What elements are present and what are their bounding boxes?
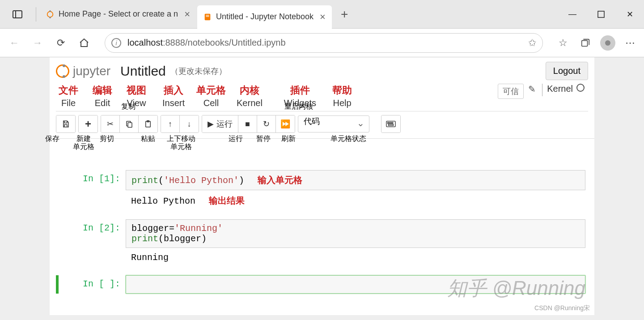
svg-point-1	[49, 10, 51, 12]
svg-rect-16	[389, 124, 394, 126]
annotation-run: 运行	[229, 135, 243, 143]
annotation-paste: 粘贴	[141, 135, 155, 143]
menu-cell[interactable]: 单元格 Cell	[196, 84, 226, 108]
menu-insert[interactable]: 插入 Insert	[162, 84, 185, 108]
maximize-button[interactable]	[587, 3, 615, 26]
tab-title: Untitled - Jupyter Notebook	[216, 12, 314, 21]
favorites-icon[interactable]: ☆	[555, 34, 572, 51]
menu-kernel[interactable]: 内核 Kernel	[237, 84, 263, 108]
jupyter-favicon-icon	[46, 10, 54, 18]
annotation-output: 输出结果	[209, 196, 245, 205]
copy-button[interactable]	[120, 115, 139, 132]
annotation-cut: 剪切	[100, 135, 114, 143]
save-button[interactable]	[56, 115, 75, 132]
notebook-save-status: （更改未保存）	[170, 66, 227, 77]
reload-button[interactable]: ⟳	[52, 34, 70, 52]
code-cell[interactable]: In [1]: print('Hello Python')输入单元格 Hello…	[59, 170, 585, 211]
insert-cell-button[interactable]: +	[79, 115, 97, 132]
more-button[interactable]: ⋯	[622, 34, 639, 51]
notebook-cells-area: In [1]: print('Hello Python')输入单元格 Hello…	[50, 139, 594, 315]
annotation-move: 上下移动 单元格	[167, 135, 195, 151]
input-prompt: In [1]:	[59, 170, 126, 211]
browser-tab-1[interactable]: Home Page - Select or create a n ×	[40, 3, 196, 26]
code-input[interactable]: blogger='Running' print(blogger)	[126, 219, 585, 248]
app-icon	[13, 10, 22, 18]
annotation-pause: 暂停	[256, 135, 271, 143]
page-content: jupyter Untitled （更改未保存） Logout 文件 File …	[0, 57, 644, 320]
logout-button[interactable]: Logout	[546, 62, 588, 80]
home-button[interactable]	[75, 34, 93, 52]
annotation-copy: 复制	[121, 102, 136, 111]
svg-rect-13	[388, 122, 389, 124]
cell-type-select[interactable]: 代码	[298, 115, 369, 132]
menu-edit[interactable]: 编辑 Edit	[93, 84, 112, 108]
notebook-title[interactable]: Untitled	[120, 64, 166, 79]
divider	[36, 7, 36, 21]
jupyter-logo-icon	[56, 64, 69, 78]
svg-rect-5	[206, 16, 209, 17]
favorite-icon[interactable]: ✩	[528, 37, 536, 49]
svg-rect-4	[206, 15, 209, 15]
close-window-button[interactable]: ✕	[615, 3, 644, 26]
svg-rect-14	[390, 122, 391, 124]
menu-help[interactable]: 帮助 Help	[332, 84, 352, 108]
kernel-status-icon	[576, 84, 585, 92]
annotation-input-cell: 输入单元格	[258, 175, 302, 185]
run-button[interactable]: ▶运行	[202, 115, 238, 132]
interrupt-button[interactable]: ■	[238, 115, 257, 132]
code-cell[interactable]: In [2]: blogger='Running' print(blogger)…	[59, 219, 585, 267]
command-palette-button[interactable]	[381, 115, 400, 132]
profile-button[interactable]	[599, 34, 616, 51]
svg-point-2	[49, 17, 51, 18]
svg-rect-3	[205, 13, 211, 20]
svg-rect-12	[386, 121, 395, 127]
tab-title: Home Page - Select or create a n	[59, 9, 178, 19]
jupyter-logo[interactable]: jupyter	[56, 64, 110, 78]
notebook-favicon-icon	[203, 13, 212, 21]
address-bar[interactable]: i localhost:8888/notebooks/Untitled.ipyn…	[105, 33, 543, 53]
kernel-name[interactable]: Kernel	[547, 84, 573, 94]
close-icon[interactable]: ×	[184, 9, 190, 20]
annotation-state: 单元格状态	[330, 135, 366, 143]
new-tab-button[interactable]: +	[333, 7, 356, 21]
move-down-button[interactable]: ↓	[180, 115, 199, 132]
site-info-icon[interactable]: i	[111, 38, 121, 48]
svg-rect-9	[128, 123, 132, 128]
annotation-restart: 重启内核	[284, 102, 313, 111]
input-prompt: In [2]:	[59, 219, 126, 267]
divider	[542, 84, 542, 96]
code-cell[interactable]: In [ ]:	[56, 275, 585, 294]
restart-button[interactable]: ↻	[257, 115, 276, 132]
annotation-save: 保存	[45, 135, 59, 143]
url-text: localhost:8888/notebooks/Untitled.ipynb	[127, 38, 286, 48]
svg-point-0	[47, 11, 53, 17]
code-input[interactable]: print('Hello Python')输入单元格	[126, 170, 585, 190]
svg-rect-15	[392, 122, 393, 124]
browser-toolbar: ← → ⟳ i localhost:8888/notebooks/Untitle…	[0, 29, 644, 57]
edit-icon[interactable]: ✎	[528, 84, 536, 94]
annotation-refresh: 刷新	[281, 135, 296, 143]
trusted-indicator[interactable]: 可信	[498, 84, 524, 99]
input-prompt: In [ ]:	[59, 275, 126, 294]
cut-button[interactable]: ✂	[101, 115, 120, 132]
collections-icon[interactable]	[577, 34, 594, 51]
code-input[interactable]	[126, 275, 585, 294]
move-up-button[interactable]: ↑	[161, 115, 180, 132]
paste-button[interactable]	[139, 115, 157, 132]
cell-output: Running	[126, 248, 585, 267]
back-button[interactable]: ←	[5, 34, 23, 52]
svg-rect-7	[582, 40, 588, 46]
browser-titlebar: Home Page - Select or create a n × Untit…	[0, 0, 644, 29]
svg-rect-6	[598, 11, 604, 17]
notebook-toolbar: 复制 重启内核 + ✂ ↑ ↓ ▶运行 ■ ↻ ⏩	[50, 111, 594, 139]
cell-output: Hello Python输出结果	[126, 190, 585, 211]
notebook-header: jupyter Untitled （更改未保存） Logout	[50, 57, 594, 84]
minimize-button[interactable]: —	[558, 3, 587, 26]
close-icon[interactable]: ×	[320, 11, 326, 23]
jupyter-logo-text: jupyter	[73, 64, 110, 78]
forward-button[interactable]: →	[29, 34, 47, 52]
menu-file[interactable]: 文件 File	[59, 84, 78, 108]
browser-tab-2[interactable]: Untitled - Jupyter Notebook ×	[197, 5, 332, 29]
annotation-new-cell: 新建 单元格	[73, 135, 94, 151]
restart-run-all-button[interactable]: ⏩	[276, 115, 295, 132]
